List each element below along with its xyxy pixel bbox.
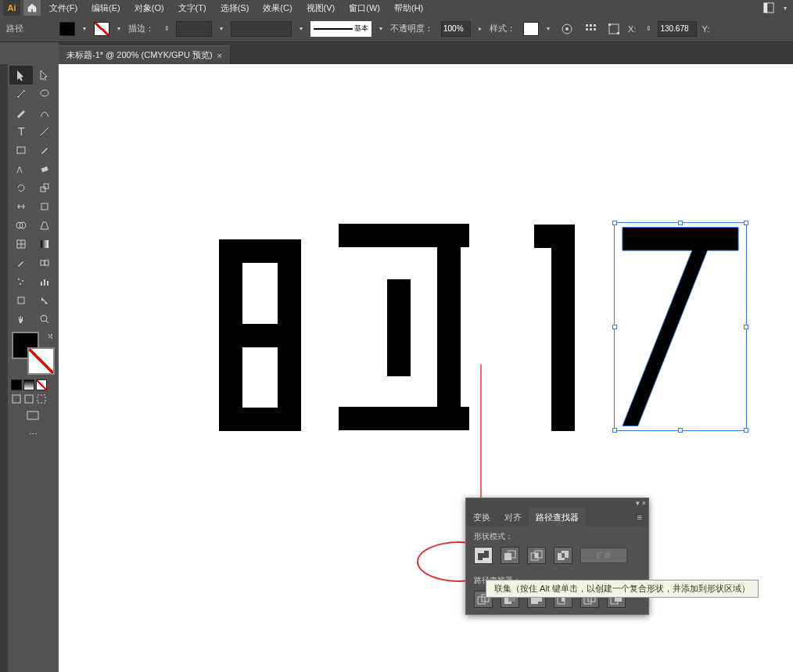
layout-dropdown-icon[interactable]: ▾: [780, 1, 790, 15]
color-mode-none[interactable]: [36, 379, 47, 390]
menu-help[interactable]: 帮助(H): [389, 2, 429, 14]
type-tool[interactable]: T: [9, 122, 33, 141]
selection-frame[interactable]: [614, 222, 747, 431]
width-tool[interactable]: [9, 197, 33, 216]
eyedropper-tool[interactable]: [9, 253, 33, 272]
svg-rect-31: [44, 279, 45, 286]
opacity-dd[interactable]: ▸: [475, 22, 485, 36]
stroke-dropdown-icon[interactable]: ▾: [114, 22, 124, 36]
artboard-tool[interactable]: [9, 291, 33, 310]
fill-swatch[interactable]: [59, 22, 75, 36]
fill-dropdown-icon[interactable]: ▾: [80, 22, 89, 36]
menu-object[interactable]: 对象(O): [129, 2, 170, 14]
column-graph-tool[interactable]: [33, 272, 56, 291]
collapse-icon[interactable]: ▾: [636, 499, 640, 507]
brush-dd[interactable]: ▾: [376, 22, 386, 36]
exclude-button[interactable]: [554, 547, 572, 564]
resize-handle[interactable]: [678, 428, 683, 433]
intersect-button[interactable]: [527, 547, 546, 564]
tab-transform[interactable]: 变换: [466, 508, 497, 526]
style-dd[interactable]: ▾: [544, 22, 553, 36]
draw-behind-icon[interactable]: [23, 393, 34, 404]
curvature-tool[interactable]: [33, 103, 56, 122]
fill-stroke-well[interactable]: ⤭: [12, 332, 55, 375]
svg-rect-25: [41, 261, 45, 265]
gradient-tool[interactable]: [33, 235, 56, 253]
shaper-tool[interactable]: [9, 160, 33, 178]
menu-type[interactable]: 文字(T): [173, 2, 212, 14]
perspective-grid-tool[interactable]: [33, 216, 56, 235]
resize-handle[interactable]: [744, 428, 748, 433]
canvas[interactable]: ▾ × 变换 对齐 路径查找器 ≡ 形状模式： 扩展 路径查找器：: [59, 64, 793, 672]
direct-selection-tool[interactable]: [33, 66, 56, 84]
resize-handle[interactable]: [744, 325, 748, 329]
swap-colors-icon[interactable]: ⤭: [47, 332, 53, 340]
resize-handle[interactable]: [612, 428, 617, 433]
stroke-swatch[interactable]: [94, 22, 109, 36]
stroke-color[interactable]: [27, 347, 55, 375]
magic-wand-tool[interactable]: [9, 84, 33, 103]
symbol-sprayer-tool[interactable]: [9, 272, 33, 291]
stroke-weight-stepper[interactable]: ⇕: [162, 22, 171, 36]
transform-icon[interactable]: [605, 20, 623, 38]
unite-button[interactable]: [474, 547, 493, 564]
app-logo: Ai: [3, 0, 20, 16]
tab-align[interactable]: 对齐: [497, 508, 529, 526]
brush-preview[interactable]: 基本: [310, 21, 371, 37]
align-icon[interactable]: [581, 20, 600, 38]
rectangle-tool[interactable]: [9, 141, 33, 160]
line-tool[interactable]: [33, 122, 56, 141]
menu-window[interactable]: 窗口(W): [343, 2, 386, 14]
opacity-field[interactable]: 100%: [441, 21, 471, 37]
resize-handle[interactable]: [744, 221, 748, 225]
layout-icon[interactable]: [760, 0, 777, 16]
blend-tool[interactable]: [33, 253, 56, 272]
shape-builder-tool[interactable]: [9, 216, 33, 235]
eraser-tool[interactable]: [33, 160, 56, 178]
menu-file[interactable]: 文件(F): [44, 2, 83, 14]
selection-tool[interactable]: [9, 66, 33, 84]
slice-tool[interactable]: [33, 291, 56, 310]
free-transform-tool[interactable]: [33, 197, 56, 216]
svg-rect-7: [586, 28, 588, 31]
edit-toolbar-icon[interactable]: ⋯: [9, 425, 56, 444]
resize-handle[interactable]: [612, 221, 617, 225]
menu-effect[interactable]: 效果(C): [257, 2, 297, 14]
variable-width-field[interactable]: [231, 21, 292, 37]
menu-select[interactable]: 选择(S): [215, 2, 255, 14]
scale-tool[interactable]: [33, 178, 56, 197]
tooltip: 联集（按住 Alt 键单击，以创建一个复合形状，并添加到形状区域）: [486, 580, 759, 598]
paintbrush-tool[interactable]: [33, 141, 56, 160]
doc-tab[interactable]: 未标题-1* @ 200% (CMYK/GPU 预览) ×: [59, 45, 231, 64]
close-icon[interactable]: ×: [217, 51, 222, 60]
zoom-tool[interactable]: [33, 310, 56, 329]
screen-mode-icon[interactable]: [9, 406, 56, 425]
variable-width-dd[interactable]: ▾: [296, 22, 306, 36]
panel-menu-icon[interactable]: ≡: [631, 512, 648, 522]
svg-point-28: [22, 280, 23, 282]
resize-handle[interactable]: [612, 325, 617, 329]
close-icon[interactable]: ×: [642, 499, 646, 507]
home-icon[interactable]: [23, 0, 41, 16]
hand-tool[interactable]: [9, 310, 33, 329]
menu-edit[interactable]: 编辑(E): [86, 2, 126, 14]
rotate-tool[interactable]: [9, 178, 33, 197]
x-stepper[interactable]: ⇕: [644, 22, 653, 36]
stroke-weight-dd[interactable]: ▾: [217, 22, 226, 36]
draw-normal-icon[interactable]: [11, 393, 22, 404]
resize-handle[interactable]: [678, 221, 683, 225]
mesh-tool[interactable]: [9, 235, 33, 253]
menu-view[interactable]: 视图(V): [301, 2, 341, 14]
color-mode-solid[interactable]: [11, 379, 22, 390]
color-mode-gradient[interactable]: [23, 379, 34, 390]
expand-button[interactable]: 扩展: [580, 548, 627, 563]
lasso-tool[interactable]: [33, 84, 56, 103]
style-swatch[interactable]: [523, 22, 539, 36]
recolor-icon[interactable]: [558, 20, 576, 38]
tab-pathfinder[interactable]: 路径查找器: [529, 508, 586, 526]
stroke-weight-field[interactable]: [176, 21, 212, 37]
minus-front-button[interactable]: [501, 547, 519, 564]
draw-inside-icon[interactable]: [36, 393, 47, 404]
x-coord-field[interactable]: 130.678: [658, 21, 697, 37]
pen-tool[interactable]: [9, 103, 33, 122]
